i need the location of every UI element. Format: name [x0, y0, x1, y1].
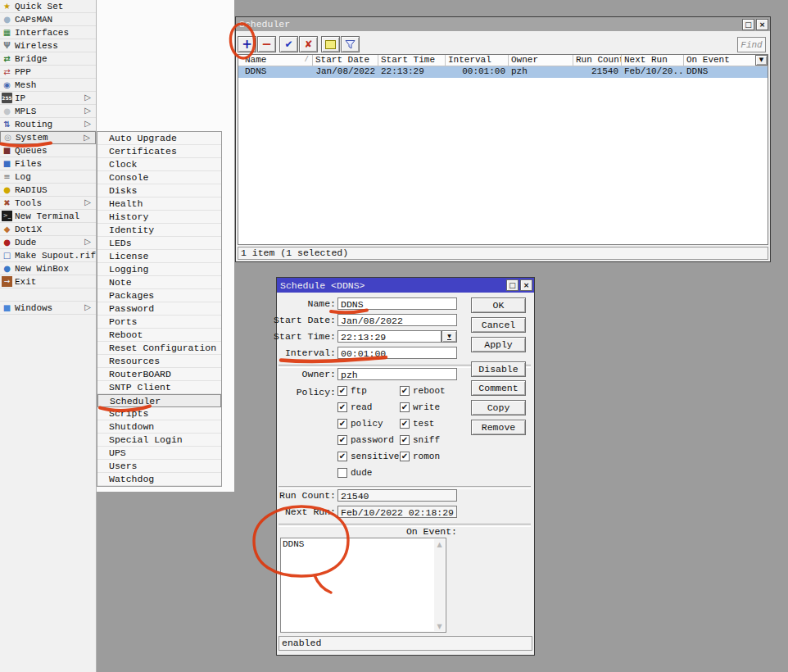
owner-field[interactable]: pzh	[337, 368, 457, 380]
checkbox-ftp[interactable]: ✔	[337, 386, 347, 396]
ok-button[interactable]: OK	[471, 297, 526, 313]
system-menu-item-scripts[interactable]: Scripts	[97, 407, 221, 420]
system-menu-item-leds[interactable]: LEDs	[97, 237, 221, 250]
system-menu-item-routerboard[interactable]: RouterBOARD	[97, 368, 221, 381]
table-row-ddns[interactable]: DDNS Jan/08/2022 22:13:29 00:01:00 pzh 2…	[238, 66, 768, 78]
sidebar-item-mesh[interactable]: Mesh	[0, 79, 96, 92]
checkbox-romon[interactable]: ✔	[400, 452, 410, 461]
sidebar-item-windows[interactable]: Windows	[0, 302, 96, 315]
system-menu-item-note[interactable]: Note	[97, 276, 221, 289]
system-menu-item-watchdog[interactable]: Watchdog	[97, 473, 221, 486]
checkbox-test[interactable]: ✔	[400, 419, 410, 429]
checkbox-dude[interactable]	[337, 468, 347, 478]
sidebar-item-capsman[interactable]: CAPsMAN	[0, 13, 96, 26]
scroll-up-icon[interactable]	[434, 539, 445, 549]
cancel-button[interactable]: Cancel	[471, 317, 526, 333]
name-field[interactable]: DDNS	[337, 297, 457, 310]
checkbox-reboot[interactable]: ✔	[400, 386, 410, 396]
sidebar-item-files[interactable]: Files	[0, 157, 96, 170]
sidebar-item-ip[interactable]: 255IP	[0, 92, 96, 105]
comment-button[interactable]: Comment	[471, 380, 526, 396]
sidebar-item-ppp[interactable]: PPP	[0, 66, 96, 79]
sidebar-item-make-supout[interactable]: Make Supout.rif	[0, 249, 96, 262]
system-menu-item-identity[interactable]: Identity	[97, 224, 221, 237]
system-menu-item-disks[interactable]: Disks	[97, 184, 221, 198]
system-menu-item-password[interactable]: Password	[97, 302, 221, 316]
checkbox-write[interactable]: ✔	[400, 402, 410, 412]
system-menu-item-special-login[interactable]: Special Login	[97, 434, 221, 447]
checkbox-sniff[interactable]: ✔	[400, 435, 410, 445]
textarea-scrollbar[interactable]	[434, 539, 445, 631]
system-menu-item-license[interactable]: License	[97, 250, 221, 263]
system-menu-item-logging[interactable]: Logging	[97, 263, 221, 276]
find-button[interactable]: Find	[737, 37, 766, 52]
column-header-run-count[interactable]: Run Count	[573, 55, 622, 66]
maximize-icon[interactable]	[742, 19, 754, 30]
sidebar-item-system[interactable]: System	[0, 131, 96, 144]
system-menu-item-auto-upgrade[interactable]: Auto Upgrade	[97, 132, 221, 145]
close-icon[interactable]	[520, 279, 532, 291]
checkbox-policy[interactable]: ✔	[337, 419, 347, 429]
system-menu-item-reset-configuration[interactable]: Reset Configuration	[97, 342, 221, 355]
sidebar-item-mpls[interactable]: MPLS	[0, 105, 96, 118]
system-menu-item-ports[interactable]: Ports	[97, 316, 221, 329]
column-header-interval[interactable]: Interval	[446, 55, 509, 66]
system-menu-item-users[interactable]: Users	[97, 460, 221, 473]
system-menu-item-shutdown[interactable]: Shutdown	[97, 420, 221, 434]
system-menu-item-health[interactable]: Health	[97, 198, 221, 211]
sidebar-item-bridge[interactable]: Bridge	[0, 52, 96, 66]
sidebar-item-wireless[interactable]: Wireless	[0, 39, 96, 52]
column-header-owner[interactable]: Owner	[509, 55, 573, 66]
sidebar-item-queues[interactable]: Queues	[0, 144, 96, 157]
checkbox-sensitive[interactable]: ✔	[337, 452, 347, 461]
column-header-start-time[interactable]: Start Time	[378, 55, 446, 66]
copy-button[interactable]: Copy	[471, 400, 526, 415]
sidebar-item-new-winbox[interactable]: New WinBox	[0, 262, 96, 275]
start-time-field[interactable]: 22:13:29	[337, 330, 442, 343]
system-menu-item-ups[interactable]: UPS	[97, 447, 221, 460]
comment-button[interactable]	[321, 36, 340, 52]
column-header-name[interactable]: Name	[238, 55, 313, 66]
sidebar-item-exit[interactable]: Exit	[0, 275, 96, 288]
column-header-on-event[interactable]: On Event	[684, 55, 768, 66]
system-menu-item-sntp-client[interactable]: SNTP Client	[97, 381, 221, 394]
system-menu-item-clock[interactable]: Clock	[97, 158, 221, 171]
system-menu-item-console[interactable]: Console	[97, 171, 221, 184]
checkbox-read[interactable]: ✔	[337, 402, 347, 412]
close-icon[interactable]	[756, 19, 768, 30]
system-menu-item-resources[interactable]: Resources	[97, 355, 221, 368]
add-button[interactable]: +	[238, 36, 256, 52]
column-header-start-date[interactable]: Start Date	[313, 55, 378, 66]
checkbox-password[interactable]: ✔	[337, 435, 347, 445]
sidebar-item-dot1x[interactable]: Dot1X	[0, 223, 96, 236]
disable-button[interactable]: Disable	[471, 361, 526, 377]
disable-button[interactable]: ✘	[299, 36, 318, 52]
sidebar-item-dude[interactable]: Dude	[0, 236, 96, 249]
remove-button[interactable]: Remove	[471, 420, 526, 435]
system-menu-item-reboot[interactable]: Reboot	[97, 329, 221, 342]
apply-button[interactable]: Apply	[471, 337, 526, 352]
sidebar-item-tools[interactable]: Tools	[0, 197, 96, 210]
maximize-icon[interactable]	[506, 279, 519, 291]
filter-button[interactable]	[341, 36, 360, 52]
sidebar-item-routing[interactable]: Routing	[0, 118, 96, 131]
system-menu-item-packages[interactable]: Packages	[97, 289, 221, 302]
sidebar-item-radius[interactable]: RADIUS	[0, 184, 96, 197]
start-date-field[interactable]: Jan/08/2022	[337, 314, 457, 326]
time-now-button[interactable]	[442, 330, 457, 343]
system-menu-item-scheduler[interactable]: Scheduler	[97, 394, 221, 407]
enable-button[interactable]: ✔	[279, 36, 298, 52]
system-menu-item-certificates[interactable]: Certificates	[97, 145, 221, 158]
scheduler-titlebar[interactable]: Scheduler	[236, 17, 770, 31]
dialog-titlebar[interactable]: Schedule <DDNS>	[277, 278, 534, 293]
sidebar-item-interfaces[interactable]: Interfaces	[0, 26, 96, 39]
sidebar-item-log[interactable]: Log	[0, 170, 96, 184]
column-options-button[interactable]	[755, 55, 768, 66]
system-menu-item-history[interactable]: History	[97, 211, 221, 224]
remove-button[interactable]: −	[257, 36, 276, 52]
interval-field[interactable]: 00:01:00	[337, 347, 457, 359]
scroll-down-icon[interactable]	[434, 621, 445, 631]
sidebar-item-quick-set[interactable]: Quick Set	[0, 0, 96, 13]
column-header-next-run[interactable]: Next Run	[622, 55, 684, 66]
sidebar-item-new-terminal[interactable]: New Terminal	[0, 210, 96, 223]
